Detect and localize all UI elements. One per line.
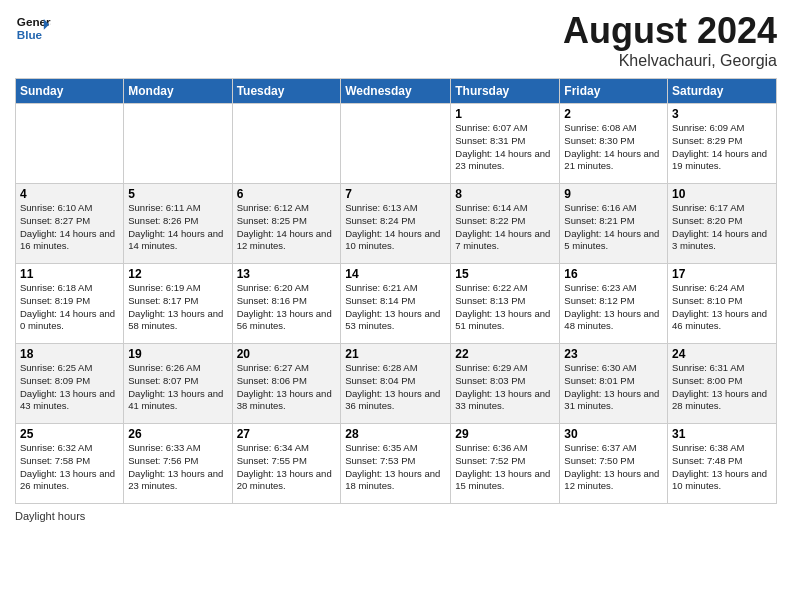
calendar-cell: 3Sunrise: 6:09 AM Sunset: 8:29 PM Daylig…	[668, 104, 777, 184]
calendar-cell: 23Sunrise: 6:30 AM Sunset: 8:01 PM Dayli…	[560, 344, 668, 424]
day-number: 5	[128, 187, 227, 201]
calendar-day-header: Saturday	[668, 79, 777, 104]
day-number: 7	[345, 187, 446, 201]
calendar-cell: 5Sunrise: 6:11 AM Sunset: 8:26 PM Daylig…	[124, 184, 232, 264]
day-info: Sunrise: 6:32 AM Sunset: 7:58 PM Dayligh…	[20, 442, 119, 493]
calendar-week-row: 25Sunrise: 6:32 AM Sunset: 7:58 PM Dayli…	[16, 424, 777, 504]
calendar-cell: 16Sunrise: 6:23 AM Sunset: 8:12 PM Dayli…	[560, 264, 668, 344]
day-number: 22	[455, 347, 555, 361]
day-number: 6	[237, 187, 337, 201]
day-info: Sunrise: 6:11 AM Sunset: 8:26 PM Dayligh…	[128, 202, 227, 253]
calendar-cell: 12Sunrise: 6:19 AM Sunset: 8:17 PM Dayli…	[124, 264, 232, 344]
day-info: Sunrise: 6:12 AM Sunset: 8:25 PM Dayligh…	[237, 202, 337, 253]
day-number: 9	[564, 187, 663, 201]
day-number: 20	[237, 347, 337, 361]
day-number: 4	[20, 187, 119, 201]
day-number: 10	[672, 187, 772, 201]
day-info: Sunrise: 6:33 AM Sunset: 7:56 PM Dayligh…	[128, 442, 227, 493]
day-number: 18	[20, 347, 119, 361]
calendar-cell	[16, 104, 124, 184]
day-info: Sunrise: 6:07 AM Sunset: 8:31 PM Dayligh…	[455, 122, 555, 173]
day-number: 3	[672, 107, 772, 121]
day-info: Sunrise: 6:16 AM Sunset: 8:21 PM Dayligh…	[564, 202, 663, 253]
day-info: Sunrise: 6:20 AM Sunset: 8:16 PM Dayligh…	[237, 282, 337, 333]
day-info: Sunrise: 6:14 AM Sunset: 8:22 PM Dayligh…	[455, 202, 555, 253]
day-number: 15	[455, 267, 555, 281]
day-info: Sunrise: 6:28 AM Sunset: 8:04 PM Dayligh…	[345, 362, 446, 413]
day-info: Sunrise: 6:23 AM Sunset: 8:12 PM Dayligh…	[564, 282, 663, 333]
calendar-cell: 25Sunrise: 6:32 AM Sunset: 7:58 PM Dayli…	[16, 424, 124, 504]
location: Khelvachauri, Georgia	[563, 52, 777, 70]
calendar-cell: 28Sunrise: 6:35 AM Sunset: 7:53 PM Dayli…	[341, 424, 451, 504]
calendar-cell: 1Sunrise: 6:07 AM Sunset: 8:31 PM Daylig…	[451, 104, 560, 184]
calendar-cell: 15Sunrise: 6:22 AM Sunset: 8:13 PM Dayli…	[451, 264, 560, 344]
calendar-cell: 17Sunrise: 6:24 AM Sunset: 8:10 PM Dayli…	[668, 264, 777, 344]
calendar-cell: 24Sunrise: 6:31 AM Sunset: 8:00 PM Dayli…	[668, 344, 777, 424]
calendar-cell: 31Sunrise: 6:38 AM Sunset: 7:48 PM Dayli…	[668, 424, 777, 504]
calendar-cell: 4Sunrise: 6:10 AM Sunset: 8:27 PM Daylig…	[16, 184, 124, 264]
day-info: Sunrise: 6:35 AM Sunset: 7:53 PM Dayligh…	[345, 442, 446, 493]
day-number: 16	[564, 267, 663, 281]
day-info: Sunrise: 6:17 AM Sunset: 8:20 PM Dayligh…	[672, 202, 772, 253]
day-info: Sunrise: 6:31 AM Sunset: 8:00 PM Dayligh…	[672, 362, 772, 413]
calendar-header-row: SundayMondayTuesdayWednesdayThursdayFrid…	[16, 79, 777, 104]
day-number: 21	[345, 347, 446, 361]
calendar-day-header: Tuesday	[232, 79, 341, 104]
day-info: Sunrise: 6:19 AM Sunset: 8:17 PM Dayligh…	[128, 282, 227, 333]
calendar-cell: 19Sunrise: 6:26 AM Sunset: 8:07 PM Dayli…	[124, 344, 232, 424]
calendar-cell: 2Sunrise: 6:08 AM Sunset: 8:30 PM Daylig…	[560, 104, 668, 184]
calendar-cell: 21Sunrise: 6:28 AM Sunset: 8:04 PM Dayli…	[341, 344, 451, 424]
logo: General Blue	[15, 10, 51, 46]
calendar-cell: 13Sunrise: 6:20 AM Sunset: 8:16 PM Dayli…	[232, 264, 341, 344]
calendar-day-header: Wednesday	[341, 79, 451, 104]
day-info: Sunrise: 6:09 AM Sunset: 8:29 PM Dayligh…	[672, 122, 772, 173]
calendar-cell: 29Sunrise: 6:36 AM Sunset: 7:52 PM Dayli…	[451, 424, 560, 504]
calendar-cell: 10Sunrise: 6:17 AM Sunset: 8:20 PM Dayli…	[668, 184, 777, 264]
day-info: Sunrise: 6:13 AM Sunset: 8:24 PM Dayligh…	[345, 202, 446, 253]
calendar-day-header: Monday	[124, 79, 232, 104]
calendar-cell: 7Sunrise: 6:13 AM Sunset: 8:24 PM Daylig…	[341, 184, 451, 264]
calendar-day-header: Friday	[560, 79, 668, 104]
day-number: 8	[455, 187, 555, 201]
calendar-week-row: 1Sunrise: 6:07 AM Sunset: 8:31 PM Daylig…	[16, 104, 777, 184]
day-number: 30	[564, 427, 663, 441]
calendar-week-row: 4Sunrise: 6:10 AM Sunset: 8:27 PM Daylig…	[16, 184, 777, 264]
title-block: August 2024 Khelvachauri, Georgia	[563, 10, 777, 70]
day-info: Sunrise: 6:30 AM Sunset: 8:01 PM Dayligh…	[564, 362, 663, 413]
calendar-cell: 11Sunrise: 6:18 AM Sunset: 8:19 PM Dayli…	[16, 264, 124, 344]
day-number: 26	[128, 427, 227, 441]
day-info: Sunrise: 6:34 AM Sunset: 7:55 PM Dayligh…	[237, 442, 337, 493]
day-number: 13	[237, 267, 337, 281]
day-number: 29	[455, 427, 555, 441]
day-number: 28	[345, 427, 446, 441]
day-info: Sunrise: 6:24 AM Sunset: 8:10 PM Dayligh…	[672, 282, 772, 333]
calendar-cell: 27Sunrise: 6:34 AM Sunset: 7:55 PM Dayli…	[232, 424, 341, 504]
day-number: 11	[20, 267, 119, 281]
svg-text:Blue: Blue	[17, 28, 43, 41]
day-number: 14	[345, 267, 446, 281]
day-info: Sunrise: 6:22 AM Sunset: 8:13 PM Dayligh…	[455, 282, 555, 333]
calendar-week-row: 18Sunrise: 6:25 AM Sunset: 8:09 PM Dayli…	[16, 344, 777, 424]
day-number: 12	[128, 267, 227, 281]
logo-icon: General Blue	[15, 10, 51, 46]
day-number: 31	[672, 427, 772, 441]
calendar-cell: 30Sunrise: 6:37 AM Sunset: 7:50 PM Dayli…	[560, 424, 668, 504]
day-number: 17	[672, 267, 772, 281]
day-info: Sunrise: 6:21 AM Sunset: 8:14 PM Dayligh…	[345, 282, 446, 333]
calendar-cell: 18Sunrise: 6:25 AM Sunset: 8:09 PM Dayli…	[16, 344, 124, 424]
calendar-day-header: Thursday	[451, 79, 560, 104]
day-info: Sunrise: 6:36 AM Sunset: 7:52 PM Dayligh…	[455, 442, 555, 493]
day-number: 2	[564, 107, 663, 121]
day-info: Sunrise: 6:27 AM Sunset: 8:06 PM Dayligh…	[237, 362, 337, 413]
day-number: 24	[672, 347, 772, 361]
day-info: Sunrise: 6:08 AM Sunset: 8:30 PM Dayligh…	[564, 122, 663, 173]
day-info: Sunrise: 6:38 AM Sunset: 7:48 PM Dayligh…	[672, 442, 772, 493]
calendar-cell: 8Sunrise: 6:14 AM Sunset: 8:22 PM Daylig…	[451, 184, 560, 264]
page-header: General Blue August 2024 Khelvachauri, G…	[15, 10, 777, 70]
calendar-cell	[232, 104, 341, 184]
day-number: 19	[128, 347, 227, 361]
calendar-cell: 20Sunrise: 6:27 AM Sunset: 8:06 PM Dayli…	[232, 344, 341, 424]
calendar-cell	[341, 104, 451, 184]
calendar-day-header: Sunday	[16, 79, 124, 104]
calendar-cell: 22Sunrise: 6:29 AM Sunset: 8:03 PM Dayli…	[451, 344, 560, 424]
